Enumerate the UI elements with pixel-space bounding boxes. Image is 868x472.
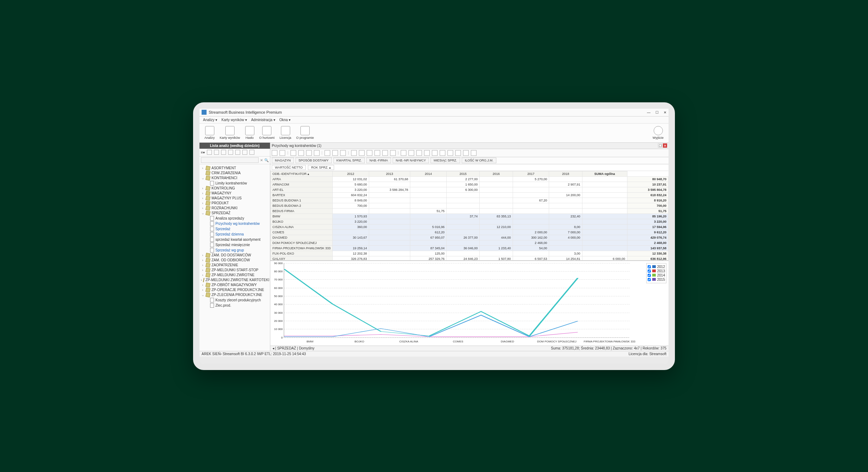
menu-analizy[interactable]: Analizy ▾ bbox=[202, 117, 219, 123]
toolbar-icon[interactable] bbox=[463, 150, 469, 156]
tree-node[interactable]: Zlec.prod. bbox=[200, 303, 269, 308]
toolbar-icon[interactable] bbox=[325, 150, 330, 156]
pivot-col-dim[interactable]: ROK SPRZ. ▴ bbox=[308, 165, 334, 170]
field-chip[interactable]: KWARTAŁ SPRZ. bbox=[333, 158, 365, 163]
tree-node[interactable]: Analiza sprzedaży bbox=[200, 216, 269, 221]
ribbon-karty-wynikow[interactable]: Karty wyników bbox=[218, 125, 242, 140]
sidebar-search-input[interactable] bbox=[201, 157, 259, 163]
tree-node[interactable]: ⌵SPRZEDAŻ bbox=[200, 211, 269, 216]
toolbar-icon[interactable] bbox=[374, 150, 380, 156]
sidebar-tool-3[interactable] bbox=[221, 150, 226, 155]
menu-administracja[interactable]: Administracja ▾ bbox=[250, 117, 277, 123]
toolbar-icon[interactable] bbox=[340, 150, 346, 156]
toolbar-icon[interactable] bbox=[351, 150, 357, 156]
toolbar-icon[interactable] bbox=[447, 150, 453, 156]
tree-node[interactable]: CRM ZDARZENIA bbox=[200, 171, 269, 176]
sidebar-tree[interactable]: ›ASORTYMENTCRM ZDARZENIA⌵KONTRAHENCILimi… bbox=[199, 164, 270, 351]
toolbar-icon[interactable] bbox=[298, 150, 304, 156]
search-icon[interactable]: 🔍 bbox=[264, 158, 269, 162]
tab-maximize-button[interactable]: ☐ bbox=[658, 143, 662, 148]
tree-node[interactable]: Sprzedaż wg grup bbox=[200, 248, 269, 253]
pivot-measure[interactable]: WARTOŚĆ NETTO bbox=[272, 165, 306, 170]
toolbar-icon[interactable] bbox=[306, 150, 312, 156]
legend-checkbox[interactable] bbox=[648, 269, 651, 273]
toolbar-icon[interactable] bbox=[440, 150, 445, 156]
toolbar-icon[interactable] bbox=[359, 150, 365, 156]
toolbar-icon[interactable] bbox=[432, 150, 438, 156]
sidebar-tool-1[interactable] bbox=[207, 150, 212, 155]
ribbon-licencja[interactable]: Licencja bbox=[277, 125, 293, 140]
legend-checkbox[interactable] bbox=[648, 274, 651, 277]
maximize-button[interactable]: ☐ bbox=[655, 110, 659, 114]
tree-node[interactable]: ›ASORTYMENT bbox=[200, 166, 269, 171]
toolbar-icon[interactable] bbox=[291, 150, 296, 156]
tree-node[interactable]: ›MAGAZYNY PLUS bbox=[200, 196, 269, 201]
sidebar-tool-5[interactable] bbox=[235, 150, 240, 155]
tree-node[interactable]: sprzedaż kwartał asortyment bbox=[200, 237, 269, 242]
toolbar-icon[interactable] bbox=[367, 150, 372, 156]
ribbon-analizy[interactable]: Analizy bbox=[202, 125, 217, 140]
toolbar-icon[interactable] bbox=[382, 150, 388, 156]
tree-node[interactable]: ›ZP-MELDUNKI ZWROTNE bbox=[200, 273, 269, 278]
tree-node[interactable]: ⌵KONTRAHENCI bbox=[200, 176, 269, 181]
tree-node[interactable]: Sprzedaż miesięcznie bbox=[200, 242, 269, 248]
clear-icon[interactable]: ✕ bbox=[259, 158, 264, 162]
field-chip[interactable]: ILOŚĆ W ORG.J.M. bbox=[462, 158, 497, 163]
pivot-grid[interactable]: ODB.-IDENTYFIKATOR ▴20122013201420152016… bbox=[270, 171, 669, 261]
tree-node[interactable]: ›KONTROLING bbox=[200, 186, 269, 191]
chart-legend[interactable]: 2012201320142015 bbox=[646, 263, 666, 283]
tree-node[interactable]: ›ZP-OBRÓT MAGAZYNOWY bbox=[200, 283, 269, 288]
tree-node[interactable]: Sprzedaż dzienna bbox=[200, 232, 269, 237]
tree-node[interactable]: Limity kontrahentów bbox=[200, 181, 269, 186]
close-button[interactable]: ✕ bbox=[664, 110, 666, 114]
legend-checkbox[interactable] bbox=[648, 265, 651, 268]
tree-node[interactable]: ›ZAM. DO DOSTAWCÓW bbox=[200, 253, 269, 258]
tree-node[interactable]: ›ZP-MELDUNKI START-STOP bbox=[200, 268, 269, 273]
toolbar-icon[interactable] bbox=[390, 150, 396, 156]
tree-node[interactable]: ⌵ZP-ZLECENIA PRODUKCYJNE bbox=[200, 292, 269, 297]
document-tab[interactable]: Przychody wg kontrahentów (1) bbox=[272, 144, 321, 148]
ribbon-wyjscie[interactable]: Wyjście bbox=[650, 125, 666, 140]
tree-node[interactable]: ›ZP-MELDUNKI ZWROTNE KARTOTEKI bbox=[200, 278, 269, 283]
toolbar-icon[interactable] bbox=[280, 150, 285, 156]
tab-close-button[interactable]: ✕ bbox=[663, 143, 667, 148]
toolbar-icon[interactable] bbox=[471, 150, 477, 156]
document-tab-bar: Przychody wg kontrahentów (1) ☐ ✕ bbox=[270, 143, 669, 149]
toolbar-icon[interactable] bbox=[314, 150, 320, 156]
toolbar-icon[interactable] bbox=[455, 150, 461, 156]
menu-okna[interactable]: Okna ▾ bbox=[278, 117, 292, 123]
sidebar-menu-icon[interactable]: ≡▾ bbox=[201, 150, 205, 154]
field-chip[interactable]: NAB.-NR NABYWCY bbox=[393, 158, 429, 163]
sidebar-tool-2[interactable] bbox=[214, 150, 219, 155]
tree-node[interactable]: ›ZP-OPERACJE PRODUKCYJNE bbox=[200, 288, 269, 292]
ribbon-o-programie[interactable]: O programie bbox=[294, 125, 316, 140]
tree-node[interactable]: ›ZAM. OD ODBIORCÓW bbox=[200, 258, 269, 263]
menu-karty-wynikow[interactable]: Karty wyników ▾ bbox=[220, 117, 248, 123]
tree-node[interactable]: ›ROZRACHUNKI bbox=[200, 206, 269, 211]
sidebar-tool-7[interactable] bbox=[249, 150, 254, 155]
tree-node[interactable]: ›ZAOPATRZENIE bbox=[200, 263, 269, 268]
ribbon-haslo[interactable]: Hasło bbox=[243, 125, 257, 140]
tree-node[interactable]: Sprzedaż bbox=[200, 226, 269, 232]
tree-node[interactable]: ›PRODUKT bbox=[200, 201, 269, 206]
tree-node[interactable]: ›MAGAZYNY bbox=[200, 191, 269, 196]
tree-node[interactable]: Koszty zleceń produkcyjnych bbox=[200, 297, 269, 303]
toolbar-icon[interactable] bbox=[401, 150, 406, 156]
tree-node[interactable]: Przychody wg kontrahentów bbox=[200, 221, 269, 226]
toolbar-icon[interactable] bbox=[332, 150, 338, 156]
sidebar-tool-4[interactable] bbox=[228, 150, 233, 155]
toolbar-icon[interactable] bbox=[424, 150, 430, 156]
field-chip[interactable]: MAGAZYN bbox=[272, 158, 294, 163]
ribbon-o-hurtowni[interactable]: O hurtowni bbox=[257, 125, 277, 140]
field-chip[interactable]: SPOSÓB DOSTAWY bbox=[295, 158, 332, 163]
sidebar-tool-6[interactable] bbox=[242, 150, 247, 155]
breadcrumb[interactable]: ◂ | SPRZEDAŻ | Domyślny bbox=[272, 346, 315, 350]
minimize-button[interactable]: — bbox=[647, 110, 650, 114]
field-chip[interactable]: NAB.-FIRMA bbox=[366, 158, 391, 163]
legend-checkbox[interactable] bbox=[648, 278, 651, 281]
toolbar-icon[interactable] bbox=[416, 150, 422, 156]
toolbar-icon[interactable] bbox=[408, 150, 414, 156]
field-chip[interactable]: MIESIĄC SPRZ. bbox=[430, 158, 460, 163]
chart-plot[interactable]: 010 00020 00030 00040 00050 00060 00070 … bbox=[284, 263, 630, 338]
toolbar-icon[interactable] bbox=[272, 150, 277, 156]
